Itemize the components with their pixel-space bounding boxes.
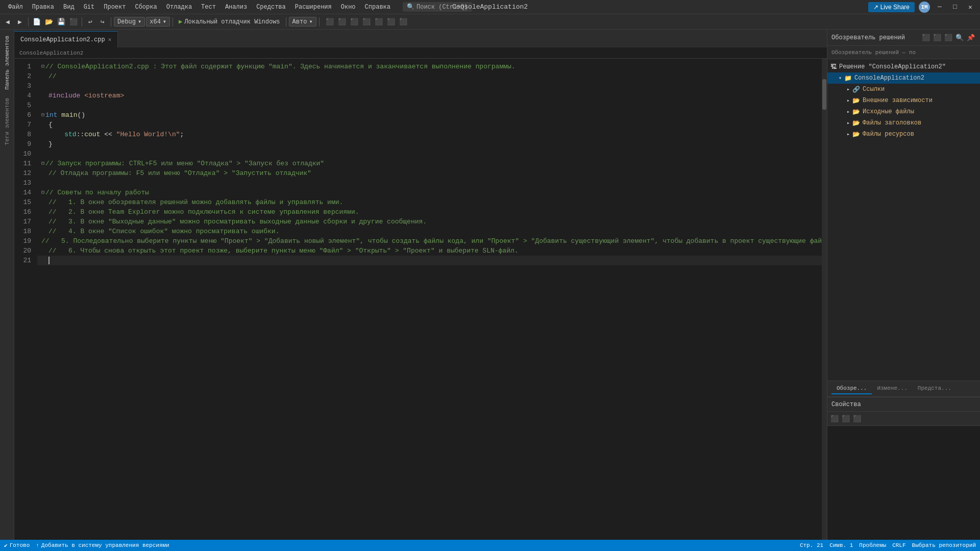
tree-resource-files[interactable]: ▸ 📂 Файлы ресурсов <box>827 129 980 140</box>
code-editor[interactable]: 12345 678910 1112131415 1617181920 21 ⊟ … <box>14 59 827 540</box>
auto-dropdown[interactable]: Авто ▾ <box>289 17 316 27</box>
code-line-16: // 2. В окне Team Explorer можно подключ… <box>37 207 822 217</box>
status-source-control[interactable]: ↑ Добавить в систему управления версиями <box>36 542 169 548</box>
external-label: Внешние зависимости <box>863 97 933 104</box>
save-all-button[interactable]: ⬛ <box>68 16 79 28</box>
menu-file[interactable]: Файл <box>4 3 27 12</box>
scroll-thumb[interactable] <box>822 79 826 110</box>
se-btn-1[interactable]: ⬛ <box>921 33 931 43</box>
forward-button[interactable]: ▶ <box>14 16 26 28</box>
headers-arrow: ▸ <box>847 120 850 126</box>
status-problems[interactable]: Проблемы <box>859 542 886 548</box>
source-arrow: ▸ <box>847 109 850 115</box>
panel-tab-view[interactable]: Предста... <box>913 383 957 394</box>
code-line-8: std :: cout << "Hello World!\n" ; <box>37 130 822 139</box>
scrollbar-vertical[interactable] <box>822 59 827 540</box>
tree-project[interactable]: ▾ 📁 ConsoleApplication2 <box>827 72 980 84</box>
prop-btn-1[interactable]: ⬛ <box>829 414 840 424</box>
brace-close: } <box>48 139 53 149</box>
menu-window[interactable]: Окно <box>337 3 360 12</box>
fold-icon-11[interactable]: ⊟ <box>41 159 44 168</box>
status-ready-label: Готово <box>10 542 30 548</box>
se-pin[interactable]: 📌 <box>966 33 976 43</box>
tree-source-files[interactable]: ▸ 📂 Исходные файлы <box>827 106 980 117</box>
solution-toolbar: ⬛ ⬛ ⬛ 🔍 📌 <box>921 33 976 43</box>
menu-edit[interactable]: Правка <box>28 3 58 12</box>
status-left: ✔ Готово ↑ Добавить в систему управления… <box>4 542 169 549</box>
toolbar-icon-5[interactable]: ⬛ <box>373 16 384 28</box>
back-button[interactable]: ◀ <box>2 16 13 28</box>
prop-btn-3[interactable]: ⬛ <box>852 414 862 424</box>
panel-tab-changes[interactable]: Измене... <box>872 383 912 394</box>
undo-button[interactable]: ↩ <box>85 16 96 28</box>
auto-label: Авто <box>292 18 307 26</box>
resources-icon: 📂 <box>852 131 860 138</box>
source-icon: 📂 <box>852 108 860 116</box>
toolbar-icon-1[interactable]: ⬛ <box>324 16 335 28</box>
menu-test[interactable]: Тест <box>197 3 220 12</box>
menu-debug[interactable]: Отладка <box>162 3 196 12</box>
new-file-button[interactable]: 📄 <box>31 16 42 28</box>
tree-header-files[interactable]: ▸ 📂 Файлы заголовков <box>827 117 980 129</box>
code-line-7: { <box>37 120 822 130</box>
menu-project[interactable]: Проект <box>100 3 130 12</box>
comment-14: // Советы по началу работы <box>45 188 149 197</box>
tree-references[interactable]: ▸ 🔗 Ссылки <box>827 84 980 95</box>
fold-icon-14[interactable]: ⊟ <box>41 188 44 197</box>
include-space <box>80 91 84 101</box>
file-breadcrumb: ConsoleApplication2 <box>19 50 83 56</box>
status-repo[interactable]: Выбрать репозиторий <box>912 542 976 548</box>
toolbar-icon-3[interactable]: ⬛ <box>349 16 360 28</box>
code-content[interactable]: ⊟ // ConsoleApplication2.cpp : Этот файл… <box>37 59 822 540</box>
platform-dropdown[interactable]: x64 ▾ <box>146 17 170 27</box>
toolbox-tab[interactable]: Панель элементов <box>2 32 12 94</box>
menu-view[interactable]: Вид <box>59 3 79 12</box>
tree-solution[interactable]: 🏗 Решение "ConsoleApplication2" <box>827 61 980 72</box>
user-avatar[interactable]: IM <box>919 2 930 13</box>
run-button[interactable]: ▶ Локальный отладчик Windows <box>176 17 283 27</box>
redo-button[interactable]: ↪ <box>97 16 108 28</box>
prop-btn-2[interactable]: ⬛ <box>841 414 851 424</box>
code-line-15: // 1. В окне обозревателя решений можно … <box>37 197 822 207</box>
menu-tools[interactable]: Средства <box>252 3 290 12</box>
close-button[interactable]: ✕ <box>965 2 976 13</box>
row-label: Стр. 21 <box>800 542 823 548</box>
fold-icon-1[interactable]: ⊟ <box>41 62 44 71</box>
external-arrow: ▸ <box>847 97 850 104</box>
se-btn-2[interactable]: ⬛ <box>932 33 942 43</box>
config-arrow: ▾ <box>138 18 141 26</box>
app-title: ConsoleApplication2 <box>452 3 528 11</box>
fn-main: main <box>61 110 77 120</box>
menu-extensions[interactable]: Расширения <box>291 3 336 12</box>
status-ready: ✔ Готово <box>4 542 30 549</box>
close-tab-icon[interactable]: ✕ <box>108 36 112 43</box>
tag-tab[interactable]: Теги элементов <box>2 94 12 149</box>
menu-help[interactable]: Справка <box>361 3 395 12</box>
menu-build[interactable]: Сборка <box>131 3 161 12</box>
file-tab-name: ConsoleApplication2.cpp <box>20 36 105 43</box>
panel-tab-explorer[interactable]: Обозре... <box>831 383 872 394</box>
save-button[interactable]: 💾 <box>56 16 67 28</box>
status-line-ending[interactable]: CRLF <box>892 542 905 548</box>
toolbar-icon-2[interactable]: ⬛ <box>336 16 348 28</box>
menu-analyze[interactable]: Анализ <box>221 3 251 12</box>
config-dropdown[interactable]: Debug ▾ <box>114 17 145 27</box>
title-bar-left: Файл Правка Вид Git Проект Сборка Отладк… <box>4 2 472 12</box>
active-file-tab[interactable]: ConsoleApplication2.cpp ✕ <box>14 31 118 47</box>
code-line-20: // 6. Чтобы снова открыть этот проект по… <box>37 246 822 256</box>
minimize-button[interactable]: ─ <box>934 2 945 13</box>
tree-external-deps[interactable]: ▸ 📂 Внешние зависимости <box>827 95 980 106</box>
open-file-button[interactable]: 📂 <box>43 16 55 28</box>
toolbar-icon-4[interactable]: ⬛ <box>361 16 372 28</box>
fold-icon-6[interactable]: ⊟ <box>41 110 44 120</box>
status-row: Стр. 21 <box>800 542 823 548</box>
main-toolbar: ◀ ▶ 📄 📂 💾 ⬛ ↩ ↪ Debug ▾ x64 ▾ ▶ Локальны… <box>0 14 980 30</box>
se-search[interactable]: 🔍 <box>954 33 965 43</box>
code-line-19: // 5. Последовательно выберите пункты ме… <box>37 236 822 246</box>
menu-git[interactable]: Git <box>80 3 99 12</box>
live-share-button[interactable]: ↗ Live Share <box>868 2 915 12</box>
toolbar-icon-6[interactable]: ⬛ <box>385 16 397 28</box>
toolbar-icon-7[interactable]: ⬛ <box>398 16 409 28</box>
se-btn-3[interactable]: ⬛ <box>943 33 953 43</box>
maximize-button[interactable]: □ <box>949 2 961 13</box>
